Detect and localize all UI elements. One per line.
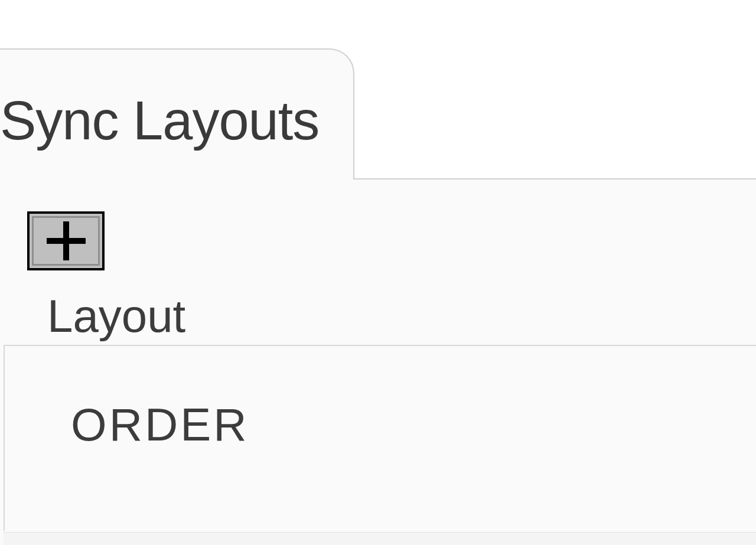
- plus-icon: [47, 221, 86, 260]
- list-header-row: ORDER: [4, 345, 756, 531]
- add-button-inner: [32, 216, 100, 266]
- column-header-order: ORDER: [71, 398, 249, 452]
- add-layout-button[interactable]: [27, 211, 105, 270]
- list-row-divider: [4, 532, 756, 545]
- layout-field-label: Layout: [47, 289, 185, 343]
- tab-label: Sync Layouts: [0, 90, 319, 152]
- tab-border-mask: [0, 177, 353, 180]
- tab-sync-layouts[interactable]: Sync Layouts: [0, 48, 354, 178]
- panel-body: Layout ORDER: [0, 178, 756, 545]
